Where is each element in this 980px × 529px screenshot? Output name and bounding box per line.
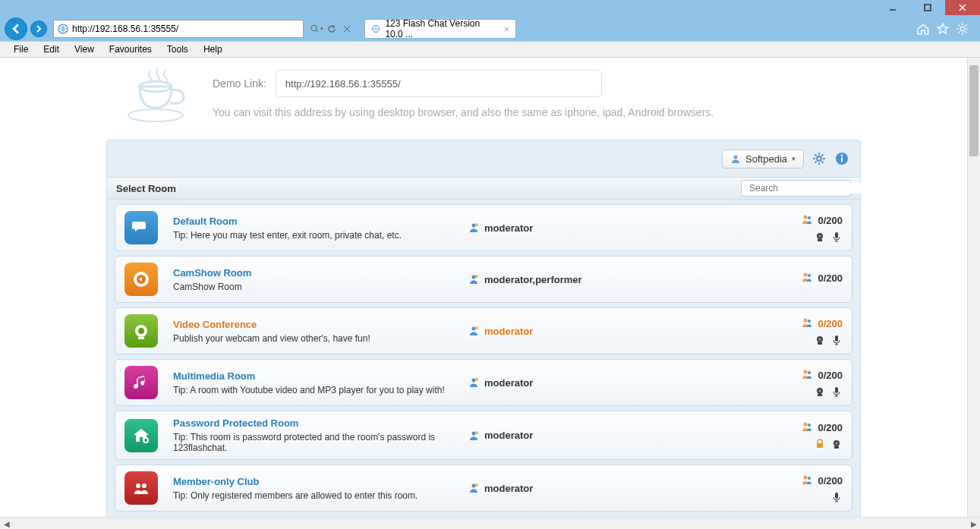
room-title: Multimedia Room	[173, 370, 462, 382]
svg-point-64	[142, 483, 147, 488]
browser-menubar: File Edit View Favourites Tools Help	[0, 41, 980, 58]
room-tip: Tip: This room is password protected and…	[173, 432, 462, 453]
svg-point-38	[475, 326, 478, 329]
gear-icon[interactable]	[811, 151, 827, 166]
svg-point-57	[804, 423, 808, 427]
menu-help[interactable]: Help	[196, 43, 230, 56]
demo-link-input[interactable]	[276, 70, 602, 97]
room-moderator: moderator	[468, 325, 745, 337]
user-dropdown[interactable]: Softpedia ▾	[722, 150, 804, 168]
room-info: Default RoomTip: Here you may test enter…	[173, 216, 462, 241]
vertical-scrollbar[interactable]	[967, 58, 980, 517]
menu-view[interactable]: View	[67, 43, 102, 56]
url-input[interactable]	[72, 24, 300, 34]
svg-point-30	[472, 276, 476, 279]
browser-tab[interactable]: 123 Flash Chat Version 10.0 ... ×	[364, 19, 516, 39]
browser-navbar: ▾ 123 Flash Chat Version 10.0 ... ×	[0, 17, 980, 41]
scroll-left-icon[interactable]: ◀	[0, 518, 13, 530]
svg-point-48	[808, 371, 811, 374]
svg-point-16	[841, 155, 843, 157]
menu-file[interactable]: File	[6, 43, 36, 56]
room-info: Member-only ClubTip: Only registered mem…	[173, 476, 462, 501]
minimize-button[interactable]	[875, 0, 910, 15]
refresh-icon[interactable]	[325, 22, 339, 36]
moderator-icon	[468, 482, 480, 494]
demo-header: Demo Link: You can visit this address by…	[0, 58, 967, 140]
coffee-cup-icon	[121, 64, 197, 124]
room-feature-icons	[830, 491, 843, 503]
room-row[interactable]: Password Protected RoomTip: This room is…	[115, 411, 852, 460]
room-title: Password Protected Room	[173, 417, 462, 429]
svg-line-6	[316, 30, 318, 33]
room-row[interactable]: Multimedia RoomTip: A room with Youtube …	[115, 359, 852, 406]
menu-edit[interactable]: Edit	[36, 43, 67, 56]
moderator-icon	[468, 376, 480, 389]
room-row[interactable]: CamShow RoomCamShow Roommoderator,perfor…	[115, 256, 852, 303]
moderator-label: moderator	[484, 377, 533, 389]
browser-right-icons	[916, 22, 975, 36]
moderator-icon	[468, 273, 480, 285]
room-right: 0/200	[752, 316, 843, 346]
svg-point-46	[475, 378, 478, 381]
room-title: Default Room	[173, 216, 462, 227]
svg-point-55	[472, 431, 476, 435]
room-right: 0/200	[752, 213, 843, 243]
tab-favicon-icon	[371, 24, 380, 34]
svg-point-58	[808, 424, 811, 427]
svg-point-67	[804, 475, 808, 479]
room-info: Password Protected RoomTip: This room is…	[173, 417, 462, 453]
svg-point-65	[472, 484, 476, 488]
scroll-right-icon[interactable]: ▶	[967, 518, 980, 530]
svg-rect-69	[835, 493, 838, 499]
menu-tools[interactable]: Tools	[159, 43, 196, 56]
stop-icon[interactable]	[340, 22, 354, 36]
room-row[interactable]: Member-only ClubTip: Only registered mem…	[115, 464, 852, 512]
globe-icon	[57, 23, 69, 35]
close-button[interactable]	[945, 0, 980, 15]
settings-icon[interactable]	[956, 22, 969, 36]
forward-button[interactable]	[30, 20, 47, 37]
favorites-icon[interactable]	[936, 22, 950, 36]
room-row[interactable]: Default RoomTip: Here you may test enter…	[115, 204, 852, 251]
tab-close-icon[interactable]: ×	[503, 24, 509, 35]
room-count: 0/200	[801, 420, 843, 435]
home-icon[interactable]	[916, 22, 930, 36]
scrollbar-thumb[interactable]	[969, 65, 978, 156]
svg-rect-59	[817, 443, 823, 448]
people-icon	[801, 316, 813, 331]
info-icon[interactable]	[834, 151, 849, 166]
search-input[interactable]	[749, 183, 863, 194]
back-button[interactable]	[5, 17, 27, 40]
room-row[interactable]: Video ConferencePublish your webcam and …	[115, 307, 852, 354]
svg-point-33	[808, 274, 811, 277]
menu-favourites[interactable]: Favourites	[102, 43, 159, 56]
count-label: 0/200	[818, 422, 843, 433]
search-dropdown-icon[interactable]: ▾	[310, 22, 323, 36]
svg-point-47	[804, 370, 808, 373]
svg-point-68	[808, 477, 811, 480]
svg-rect-51	[818, 394, 822, 396]
search-box[interactable]	[741, 180, 851, 197]
svg-rect-52	[835, 387, 838, 393]
address-bar[interactable]	[53, 20, 304, 38]
room-tip: Tip: Here you may test enter, exit room,…	[173, 230, 462, 241]
room-title: Member-only Club	[173, 476, 462, 487]
maximize-button[interactable]	[910, 0, 945, 15]
svg-point-23	[808, 216, 811, 219]
room-tip: Publish your webcam and view other's, ha…	[173, 333, 462, 344]
svg-point-37	[472, 327, 476, 331]
horizontal-scrollbar[interactable]: ◀ ▶	[0, 517, 980, 529]
room-tip: Tip: Only registered members are allowed…	[173, 490, 462, 501]
svg-point-63	[136, 483, 140, 488]
room-moderator: moderator	[468, 376, 745, 389]
people-icon	[801, 474, 813, 488]
room-tip: Tip: A room with Youtube video and MP3 p…	[173, 385, 462, 395]
room-tip: CamShow Room	[173, 282, 462, 292]
svg-point-10	[960, 27, 965, 31]
svg-point-39	[804, 318, 808, 322]
page-content: Demo Link: You can visit this address by…	[0, 58, 980, 517]
room-icon	[124, 263, 158, 296]
room-count: 0/200	[801, 271, 843, 285]
user-icon	[730, 153, 741, 164]
room-icon	[124, 471, 158, 505]
